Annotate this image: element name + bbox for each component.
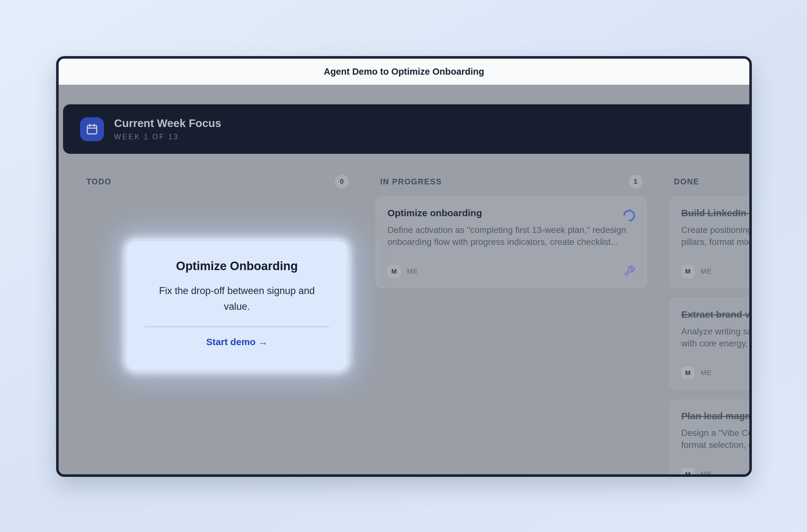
card-footer: M ME [681, 265, 749, 278]
column-todo: TODO 0 [82, 175, 353, 188]
current-week-focus-header: Current Week Focus WEEK 1 OF 13 [63, 104, 749, 154]
card-optimize-onboarding[interactable]: Optimize onboarding Define activation as… [376, 197, 647, 288]
column-done-cards: Build LinkedIn c Create positioning pill… [670, 197, 749, 474]
card-title: Extract brand v [681, 309, 749, 320]
card-footer: M ME [681, 468, 749, 474]
card-plan-lead-magnet[interactable]: Plan lead magn Design a "Vibe Co format … [670, 400, 749, 474]
column-in-progress-cards: Optimize onboarding Define activation as… [376, 197, 647, 288]
card-description-line: onboarding flow with progress indicators… [388, 236, 635, 248]
start-demo-link[interactable]: Start demo → [206, 337, 268, 347]
card-title: Optimize onboarding [388, 208, 635, 218]
card-description-line: Analyze writing sa [681, 326, 749, 338]
card-title: Plan lead magn [681, 411, 749, 421]
card-footer: M ME [681, 366, 749, 379]
card-description-line: format selection, c [681, 439, 749, 451]
avatar: M [388, 265, 401, 278]
wrench-icon [624, 265, 635, 278]
column-todo-header: TODO 0 [82, 175, 353, 188]
card-extract-brand[interactable]: Extract brand v Analyze writing sa with … [670, 298, 749, 389]
card-build-linkedin[interactable]: Build LinkedIn c Create positioning pill… [670, 197, 749, 288]
card-description-line: Define activation as "completing first 1… [388, 224, 635, 236]
window-titlebar: Agent Demo to Optimize Onboarding [59, 59, 749, 85]
column-in-progress-header: IN PROGRESS 1 [376, 175, 647, 188]
column-done-label: DONE [674, 177, 699, 186]
column-done: DONE Build LinkedIn c Create positioning… [670, 175, 749, 474]
card-description-line: Create positioning [681, 224, 749, 236]
card-description-line: pillars, format mix [681, 236, 749, 248]
column-in-progress-label: IN PROGRESS [380, 177, 442, 186]
column-todo-count-badge: 0 [335, 175, 349, 188]
avatar: M [681, 468, 694, 474]
avatar: M [681, 366, 694, 379]
assignee-label: ME [701, 470, 712, 474]
card-description-line: Design a "Vibe Co [681, 427, 749, 439]
card-description: Define activation as "completing first 1… [388, 224, 635, 248]
focus-header-title: Current Week Focus [114, 117, 221, 130]
window-title: Agent Demo to Optimize Onboarding [324, 66, 484, 77]
modal-body-text: Fix the drop-off between signup and valu… [152, 283, 322, 315]
assignee-label: ME [701, 369, 712, 377]
avatar: M [681, 265, 694, 278]
focus-header-texts: Current Week Focus WEEK 1 OF 13 [114, 117, 221, 141]
modal-divider [145, 326, 329, 327]
card-description: Design a "Vibe Co format selection, c [681, 427, 749, 451]
calendar-icon [86, 122, 99, 136]
column-todo-label: TODO [87, 177, 112, 186]
card-description: Analyze writing sa with core energy, s [681, 326, 749, 349]
column-done-header: DONE [670, 175, 749, 188]
spotlight-modal: Optimize Onboarding Fix the drop-off bet… [126, 241, 348, 370]
card-description-line: with core energy, s [681, 338, 749, 349]
assignee-label: ME [701, 267, 712, 276]
column-in-progress-count-badge: 1 [628, 175, 642, 188]
calendar-icon-tile [80, 117, 104, 141]
column-in-progress: IN PROGRESS 1 Optimize onboarding Define… [376, 175, 647, 288]
card-description: Create positioning pillars, format mix [681, 224, 749, 248]
spinner-icon [623, 209, 636, 224]
card-footer: M ME [388, 265, 635, 278]
assignee-label: ME [407, 267, 418, 276]
modal-title: Optimize Onboarding [127, 259, 347, 273]
focus-header-subtitle: WEEK 1 OF 13 [114, 133, 221, 141]
card-title: Build LinkedIn c [681, 208, 749, 218]
